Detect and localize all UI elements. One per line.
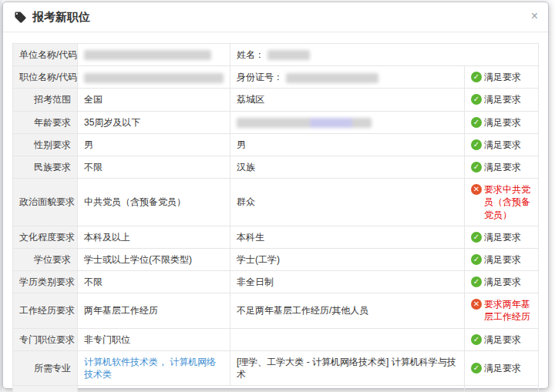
requirement-text: 学士或以上学位(不限类型) bbox=[84, 254, 192, 265]
requirement-cell: 不限 bbox=[78, 271, 230, 293]
requirement-cell: 学士或以上学位(不限类型) bbox=[78, 248, 230, 270]
status-text: 满足要求 bbox=[484, 71, 521, 83]
status-cell: ✓满足要求 bbox=[465, 133, 539, 156]
requirements-table: 单位名称/代码姓名：职位名称/代码身份证号：✓满足要求招考范围全国荔城区✓满足要… bbox=[12, 43, 539, 392]
status-indicator: ✓满足要求 bbox=[471, 362, 532, 374]
status-cell: ✕要求中共党员（含预备党员） bbox=[465, 179, 539, 226]
status-text: 要求两年基层工作经历 bbox=[484, 298, 532, 323]
applicant-value-cell bbox=[230, 328, 465, 350]
row-label: 民族要求 bbox=[13, 156, 78, 178]
row-label: 文化程度要求 bbox=[13, 226, 78, 248]
table-row: 专门职位要求非专门职位✓满足要求 bbox=[13, 328, 539, 350]
table-row: 招考范围全国荔城区✓满足要求 bbox=[13, 89, 539, 111]
requirement-text: 本科及以上 bbox=[84, 232, 130, 243]
applicant-prefix: 姓名： bbox=[237, 49, 264, 60]
requirement-text: 全国 bbox=[84, 94, 103, 105]
requirement-cell bbox=[78, 44, 230, 66]
row-label: 性别要求 bbox=[13, 133, 78, 156]
applicant-value-cell: 群众 bbox=[230, 179, 465, 226]
row-label: 职位名称/代码 bbox=[13, 66, 78, 89]
check-circle-icon: ✓ bbox=[471, 117, 482, 128]
status-indicator: ✓满足要求 bbox=[471, 333, 532, 346]
close-icon[interactable]: × bbox=[531, 9, 538, 23]
status-cell: ✓满足要求 bbox=[465, 156, 539, 178]
status-cell: ✕要求两年基层工作经历 bbox=[465, 293, 539, 328]
requirement-redacted-value bbox=[84, 50, 211, 60]
requirements-table-body: 单位名称/代码姓名：职位名称/代码身份证号：✓满足要求招考范围全国荔城区✓满足要… bbox=[13, 44, 539, 392]
status-text: 满足要求 bbox=[484, 253, 521, 266]
row-label: 所需专业 bbox=[13, 350, 78, 385]
status-indicator: ✓满足要求 bbox=[471, 276, 532, 288]
table-row: 年龄要求35周岁及以下✓满足要求 bbox=[13, 111, 539, 133]
status-cell: ✓满足要求 bbox=[465, 350, 539, 385]
check-circle-icon: ✓ bbox=[471, 232, 482, 243]
applicant-redacted-highlight bbox=[310, 118, 352, 128]
applicant-text: 荔城区 bbox=[237, 94, 264, 105]
status-text: 满足要求 bbox=[484, 93, 521, 106]
applicant-value-cell: 身份证号： bbox=[230, 66, 465, 89]
apply-new-position-dialog: 报考新职位 × 单位名称/代码姓名：职位名称/代码身份证号：✓满足要求招考范围全… bbox=[2, 2, 549, 389]
table-row: 单位名称/代码姓名： bbox=[13, 44, 539, 66]
row-label: 政治面貌要求 bbox=[13, 179, 78, 226]
table-row: 民族要求不限汉族✓满足要求 bbox=[13, 156, 539, 178]
tag-icon bbox=[14, 11, 27, 24]
dialog-header: 报考新职位 × bbox=[3, 2, 548, 32]
status-text: 满足要求 bbox=[484, 139, 521, 151]
status-cell: 待人工判断 bbox=[465, 386, 539, 392]
applicant-text: [理学、工学大类 - 计算机网络技术类] 计算机科学与技术 bbox=[237, 357, 456, 380]
status-text: 满足要求 bbox=[484, 116, 521, 129]
requirement-cell: 男 bbox=[78, 133, 230, 156]
applicant-redacted-value bbox=[267, 50, 310, 60]
applicant-value-cell: 汉族 bbox=[230, 156, 465, 178]
applicant-redacted-value bbox=[286, 73, 378, 83]
requirement-cell: 不限 bbox=[78, 156, 230, 178]
table-row: 学位要求学士或以上学位(不限类型)学士(工学)✓满足要求 bbox=[13, 248, 539, 270]
table-row: 文化程度要求本科及以上本科生✓满足要求 bbox=[13, 226, 539, 248]
status-text: 满足要求 bbox=[484, 161, 521, 173]
applicant-text: 男 bbox=[237, 139, 246, 150]
row-label: 工作经历要求 bbox=[13, 293, 78, 328]
requirement-text: 不限 bbox=[84, 162, 103, 173]
check-circle-icon: ✓ bbox=[471, 72, 482, 82]
table-row: 性别要求男男✓满足要求 bbox=[13, 133, 539, 156]
dialog-body: 单位名称/代码姓名：职位名称/代码身份证号：✓满足要求招考范围全国荔城区✓满足要… bbox=[3, 32, 548, 392]
applicant-text: 本科生 bbox=[237, 232, 264, 243]
table-row: 所需专业计算机软件技术类， 计算机网络技术类[理学、工学大类 - 计算机网络技术… bbox=[13, 350, 539, 385]
applicant-prefix: 身份证号： bbox=[237, 72, 283, 82]
applicant-value-cell: [理学、工学大类 - 计算机网络技术类] 计算机科学与技术 bbox=[230, 350, 465, 385]
status-cell: ✓满足要求 bbox=[465, 89, 539, 111]
table-row: 其他1.需加考专业考试（仅在福州考试），有关情况另行公告2.需要政治审查3.需独… bbox=[13, 386, 539, 392]
status-indicator: ✕要求中共党员（含预备党员） bbox=[471, 183, 532, 221]
other-requirements-cell: 1.需加考专业考试（仅在福州考试），有关情况另行公告2.需要政治审查3.需独立完… bbox=[78, 386, 465, 392]
requirement-text: 非专门职位 bbox=[84, 334, 130, 345]
row-label: 学历类别要求 bbox=[13, 271, 78, 293]
requirement-link[interactable]: 计算机软件技术类 bbox=[84, 357, 158, 367]
check-circle-icon: ✓ bbox=[471, 334, 482, 345]
status-text: 满足要求 bbox=[484, 362, 521, 374]
status-indicator: ✓满足要求 bbox=[471, 253, 532, 266]
applicant-value-cell: 本科生 bbox=[230, 226, 465, 248]
applicant-value-cell: 男 bbox=[230, 133, 465, 156]
status-indicator: ✓满足要求 bbox=[471, 231, 532, 243]
row-label: 专门职位要求 bbox=[13, 328, 78, 350]
row-label: 年龄要求 bbox=[13, 111, 78, 133]
status-cell: ✓满足要求 bbox=[465, 271, 539, 293]
status-indicator: ✕要求两年基层工作经历 bbox=[471, 298, 532, 323]
requirement-text: 男 bbox=[84, 139, 93, 150]
applicant-text: 非全日制 bbox=[237, 276, 274, 287]
requirement-cell: 本科及以上 bbox=[78, 226, 230, 248]
table-row: 职位名称/代码身份证号：✓满足要求 bbox=[13, 66, 539, 89]
requirement-cell: 非专门职位 bbox=[78, 328, 230, 350]
cross-circle-icon: ✕ bbox=[471, 184, 482, 195]
requirement-redacted-value bbox=[84, 73, 224, 83]
requirement-text: 中共党员（含预备党员） bbox=[84, 196, 186, 207]
status-text: 满足要求 bbox=[484, 231, 521, 243]
check-circle-icon: ✓ bbox=[471, 254, 482, 265]
status-indicator: ✓满足要求 bbox=[471, 71, 532, 83]
status-text: 满足要求 bbox=[484, 333, 521, 346]
applicant-value-cell bbox=[230, 111, 465, 133]
applicant-value-cell: 学士(工学) bbox=[230, 248, 465, 270]
check-circle-icon: ✓ bbox=[471, 363, 482, 374]
table-row: 学历类别要求不限非全日制✓满足要求 bbox=[13, 271, 539, 293]
requirement-link-separator: ， bbox=[158, 357, 170, 367]
